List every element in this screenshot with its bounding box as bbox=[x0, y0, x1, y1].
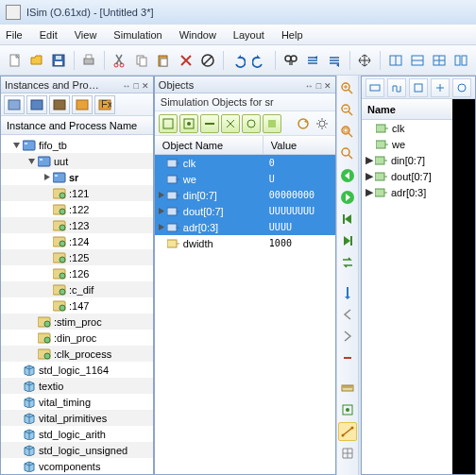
expand-icon[interactable] bbox=[12, 398, 21, 406]
drag-icon[interactable] bbox=[356, 50, 374, 71]
wave-signal-row[interactable]: ▶adr[0:3] bbox=[362, 184, 452, 200]
wave-signal-row[interactable]: we bbox=[362, 136, 452, 152]
expand-icon[interactable] bbox=[27, 157, 36, 165]
wave-signal-row[interactable]: ▶dout[0:7] bbox=[362, 168, 452, 184]
redo-button[interactable] bbox=[251, 50, 269, 71]
tree-item[interactable]: :122 bbox=[1, 201, 153, 217]
tree-item[interactable]: std_logic_1164 bbox=[1, 362, 153, 378]
expand-icon[interactable]: ▶ bbox=[366, 156, 374, 164]
expand-icon[interactable] bbox=[12, 430, 21, 438]
objfilter-5[interactable] bbox=[242, 114, 261, 133]
tree-item[interactable]: fifo_tb bbox=[1, 137, 153, 153]
tree-item[interactable]: :126 bbox=[1, 265, 153, 281]
cancel-button[interactable] bbox=[198, 50, 216, 71]
window-tile2-button[interactable] bbox=[408, 50, 426, 71]
save-button[interactable] bbox=[50, 50, 68, 71]
expand-icon[interactable] bbox=[12, 414, 21, 422]
close-icon[interactable]: ✕ bbox=[142, 81, 149, 91]
pin-icon[interactable]: ↔ bbox=[122, 81, 130, 91]
dock-icon[interactable]: □ bbox=[316, 81, 321, 91]
find-button[interactable] bbox=[281, 50, 299, 71]
object-row[interactable]: din[0:7]00000000 bbox=[155, 187, 335, 203]
filter-btn-2[interactable] bbox=[26, 95, 47, 114]
objfilter-6[interactable] bbox=[263, 114, 281, 133]
tree-item[interactable]: :125 bbox=[1, 249, 153, 265]
window-tile1-button[interactable] bbox=[386, 50, 404, 71]
undo-button[interactable] bbox=[229, 50, 246, 71]
zoom-in-button[interactable] bbox=[338, 79, 357, 98]
tree-item[interactable]: vital_timing bbox=[1, 394, 153, 410]
filter-btn-4[interactable] bbox=[72, 95, 93, 114]
tree-item[interactable]: :stim_proc bbox=[1, 314, 153, 330]
tree-item[interactable]: textio bbox=[1, 378, 153, 394]
prev-edge-button[interactable] bbox=[338, 210, 357, 229]
add-marker-button[interactable] bbox=[338, 283, 357, 302]
col-value[interactable]: Value bbox=[264, 136, 335, 154]
expand-icon[interactable] bbox=[12, 141, 21, 149]
zoom-out-button[interactable] bbox=[338, 101, 357, 120]
filter-btn-3[interactable] bbox=[49, 95, 70, 114]
wave-btn-1[interactable] bbox=[366, 78, 384, 97]
tree-item[interactable]: :123 bbox=[1, 217, 153, 233]
col-object-name[interactable]: Object Name bbox=[155, 136, 264, 154]
expand-icon[interactable] bbox=[157, 159, 165, 167]
expand-icon[interactable] bbox=[42, 253, 51, 262]
object-row[interactable]: adr[0:3]UUUU bbox=[155, 219, 335, 235]
print-button[interactable] bbox=[80, 50, 98, 71]
prev-marker-button[interactable] bbox=[338, 305, 357, 324]
tree-item[interactable]: :124 bbox=[1, 233, 153, 249]
tree-item[interactable]: std_logic_arith bbox=[1, 426, 153, 442]
expand-icon[interactable] bbox=[157, 239, 165, 247]
expand-icon[interactable] bbox=[27, 317, 36, 326]
tree-item[interactable]: :147 bbox=[1, 297, 153, 314]
object-row[interactable]: dwidth1000 bbox=[155, 235, 335, 251]
paste-button[interactable] bbox=[155, 50, 173, 71]
wave-signals-list[interactable]: clkwe▶din[0:7]▶dout[0:7]▶adr[0:3] bbox=[362, 120, 452, 200]
wave-btn-5[interactable] bbox=[452, 78, 471, 97]
menu-layout[interactable]: Layout bbox=[233, 29, 264, 41]
expand-icon[interactable] bbox=[157, 223, 165, 231]
expand-icon[interactable] bbox=[42, 189, 51, 197]
wave-signal-row[interactable]: clk bbox=[362, 120, 452, 136]
ruler-button[interactable] bbox=[338, 379, 357, 398]
next-edge-button[interactable] bbox=[338, 231, 357, 250]
expand-icon[interactable] bbox=[12, 365, 21, 374]
obj-reload-button[interactable] bbox=[295, 115, 312, 132]
objfilter-2[interactable] bbox=[179, 114, 198, 133]
collapse-button[interactable] bbox=[303, 50, 321, 71]
window-tile4-button[interactable] bbox=[452, 50, 470, 71]
objfilter-4[interactable] bbox=[221, 114, 240, 133]
expand-icon[interactable] bbox=[42, 269, 51, 278]
filter-btn-5[interactable]: Fx bbox=[94, 95, 115, 114]
zoom-cursor-button[interactable] bbox=[338, 144, 357, 163]
dock-icon[interactable]: □ bbox=[133, 81, 138, 91]
pin-icon[interactable]: ↔ bbox=[305, 81, 314, 91]
window-tile3-button[interactable] bbox=[430, 50, 448, 71]
expand-icon[interactable] bbox=[27, 349, 36, 358]
grid-button[interactable] bbox=[338, 444, 357, 463]
object-row[interactable]: weU bbox=[155, 171, 335, 187]
expand-icon[interactable] bbox=[42, 205, 51, 213]
menu-edit[interactable]: Edit bbox=[40, 29, 58, 41]
go-end-button[interactable] bbox=[338, 188, 357, 207]
tree-item[interactable]: uut bbox=[1, 153, 153, 169]
instances-column-header[interactable]: Instance and Process Name bbox=[1, 116, 153, 135]
tree-item[interactable]: :din_proc bbox=[1, 330, 153, 346]
tree-item[interactable]: vital_primitives bbox=[1, 410, 153, 426]
new-button[interactable] bbox=[6, 50, 24, 71]
object-row[interactable]: dout[0:7]UUUUUUUU bbox=[155, 203, 335, 219]
expand-icon[interactable] bbox=[42, 285, 51, 294]
expand-icon[interactable] bbox=[42, 221, 51, 229]
copy-button[interactable] bbox=[132, 50, 150, 71]
wave-btn-3[interactable] bbox=[409, 78, 428, 97]
instances-tree[interactable]: fifo_tbuutsr:121:122:123:124:125:126:c_d… bbox=[1, 135, 153, 474]
snap-button[interactable] bbox=[338, 400, 357, 419]
expand-icon[interactable] bbox=[157, 175, 165, 183]
remove-marker-button[interactable] bbox=[338, 348, 357, 367]
expand-icon[interactable] bbox=[27, 333, 36, 342]
objects-list[interactable]: clk0weUdin[0:7]00000000dout[0:7]UUUUUUUU… bbox=[155, 155, 335, 474]
tree-item[interactable]: sr bbox=[1, 169, 153, 185]
expand-icon[interactable] bbox=[12, 462, 21, 470]
menu-window[interactable]: Window bbox=[179, 29, 216, 41]
tree-item[interactable]: vcomponents bbox=[1, 458, 153, 474]
